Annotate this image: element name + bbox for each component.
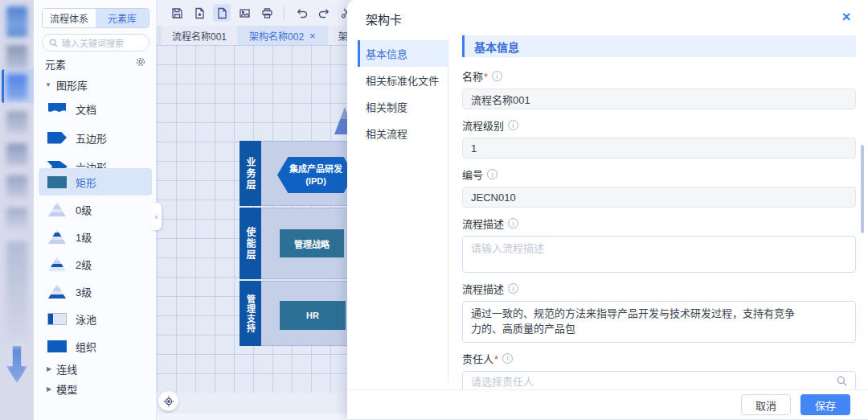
group-label: 图形库	[56, 77, 88, 93]
label-text: 编号	[462, 167, 483, 182]
pyramid-level0-icon	[39, 202, 76, 216]
import-file-icon[interactable]	[190, 4, 208, 22]
nav-standard-docs[interactable]: 相关标准化文件	[358, 67, 448, 93]
shape-item-level2[interactable]: 2级	[39, 250, 152, 278]
modal-form: 基本信息 名称 流程名称001 流程级别 1 编号 JECN010 流程描述 请…	[462, 35, 856, 389]
field-label-level: 流程级别	[462, 117, 856, 133]
tab-process-system[interactable]: 流程体系	[43, 9, 96, 27]
redo-icon[interactable]	[315, 4, 333, 22]
name-input[interactable]: 流程名称001	[462, 89, 856, 109]
doc-tab-active[interactable]: 架构名称002	[239, 26, 326, 45]
shape-item-level0[interactable]: 0级	[39, 196, 152, 223]
item-label: 五边形	[76, 130, 107, 146]
lane-label[interactable]: 使能层	[240, 208, 261, 279]
rectangle-shape-icon	[39, 176, 76, 188]
shape-item-level1[interactable]: 1级	[39, 223, 152, 250]
nav-basic-info[interactable]: 基本信息	[358, 40, 448, 67]
blurred-icon[interactable]	[6, 346, 27, 383]
doc-tab[interactable]: 流程名称001	[162, 26, 237, 45]
field-label-desc2: 流程描述	[462, 281, 856, 296]
blurred-icon[interactable]	[6, 175, 27, 198]
level-input[interactable]: 1	[462, 138, 856, 159]
shape-item-level3[interactable]: 3级	[39, 278, 152, 305]
info-icon[interactable]	[508, 218, 518, 229]
item-label: 组织	[76, 339, 96, 354]
group-models[interactable]: 模型	[47, 381, 77, 397]
modal-title: 架构卡	[366, 10, 402, 27]
code-input[interactable]: JECN010	[462, 187, 856, 208]
blurred-icon[interactable]	[6, 241, 27, 338]
cancel-button[interactable]: 取消	[741, 394, 791, 415]
info-icon[interactable]	[502, 353, 513, 364]
print-icon[interactable]	[258, 4, 276, 22]
field-label-name: 名称	[462, 68, 856, 84]
info-icon[interactable]	[508, 283, 518, 294]
shape-item-document[interactable]: 文档	[39, 95, 152, 122]
description-textarea-filled[interactable]: 通过一致的、规范的方法来指导产品开发与技术研发过程，支持有竞争 力的、高质量的产…	[462, 301, 856, 343]
info-icon[interactable]	[492, 71, 502, 81]
blurred-icon[interactable]	[6, 208, 27, 230]
new-file-icon[interactable]	[213, 4, 231, 22]
label-text: 流程描述	[462, 281, 504, 296]
node-hr[interactable]: HR	[280, 301, 346, 330]
item-label: 1级	[76, 229, 92, 245]
shape-item-pentagon[interactable]: 五边形	[39, 124, 152, 151]
input-value: JECN010	[471, 191, 516, 204]
modal-scrollbar-thumb[interactable]	[861, 145, 864, 233]
shape-item-pool[interactable]: 泳池	[39, 305, 152, 332]
nav-related-process[interactable]: 相关流程	[358, 120, 448, 146]
item-label: 文档	[76, 101, 96, 117]
panel-collapse-handle[interactable]	[151, 203, 162, 230]
nav-regulations[interactable]: 相关制度	[358, 93, 448, 120]
org-shape-icon	[39, 340, 76, 352]
blurred-icon[interactable]	[6, 74, 27, 100]
group-connectors[interactable]: 连线	[47, 361, 77, 377]
pyramid-level1-icon	[39, 229, 76, 244]
pentagon-shape-icon	[39, 132, 76, 144]
search-icon	[49, 39, 58, 47]
blurred-icon[interactable]	[6, 45, 27, 69]
lane-label[interactable]: 管理支持	[240, 281, 261, 346]
panel-tab-switch: 流程体系 元素库	[42, 8, 149, 28]
locate-button[interactable]	[158, 391, 178, 411]
save-button[interactable]: 保存	[800, 394, 850, 415]
field-label-desc1: 流程描述	[462, 216, 856, 231]
label-text: 名称	[462, 68, 488, 84]
input-placeholder: 请选择责任人	[471, 373, 534, 389]
tab-element-library[interactable]: 元素库	[96, 9, 149, 27]
shape-item-org[interactable]: 组织	[39, 332, 152, 360]
group-label: 模型	[56, 381, 77, 397]
section-title: 基本信息	[462, 35, 856, 57]
textarea-placeholder: 请输入流程描述	[471, 242, 544, 254]
description-textarea-empty[interactable]: 请输入流程描述	[462, 236, 856, 273]
undo-icon[interactable]	[293, 4, 310, 22]
input-value: 1	[471, 142, 477, 154]
item-label: 泳池	[76, 311, 96, 327]
item-label: 2级	[76, 257, 92, 272]
architecture-card-modal: 架构卡 基本信息 相关标准化文件 相关制度 相关流程 基本信息 名称 流程名称0…	[347, 0, 868, 420]
blurred-icon[interactable]	[6, 143, 27, 166]
save-icon[interactable]	[168, 4, 186, 22]
doc-tab-label: 架构名称002	[249, 29, 304, 43]
search-input[interactable]: 输入关键词搜索	[42, 34, 149, 51]
app-sidebar	[0, 0, 34, 420]
crosshair-icon	[163, 396, 174, 407]
group-shape-library[interactable]: 图形库	[45, 77, 88, 93]
info-icon[interactable]	[487, 169, 497, 179]
modal-divider	[448, 35, 448, 383]
blurred-icon[interactable]	[6, 6, 27, 37]
blurred-icon[interactable]	[6, 111, 27, 134]
owner-search-input[interactable]: 请选择责任人	[462, 371, 856, 389]
gear-icon[interactable]	[135, 56, 146, 68]
node-ipd[interactable]: 集成产品研发 (IPD)	[277, 157, 354, 193]
info-icon[interactable]	[508, 120, 518, 130]
close-icon[interactable]	[837, 8, 855, 26]
shape-item-rectangle[interactable]: 矩形	[39, 168, 152, 196]
tab-close-icon[interactable]	[309, 30, 316, 42]
toolbar-separator	[284, 6, 285, 19]
image-export-icon[interactable]	[235, 4, 253, 22]
input-value: 流程名称001	[471, 92, 530, 107]
lane-label[interactable]: 业务层	[240, 141, 261, 206]
field-label-owner: 责任人	[462, 351, 856, 366]
node-strategy[interactable]: 管理战略	[280, 229, 344, 257]
